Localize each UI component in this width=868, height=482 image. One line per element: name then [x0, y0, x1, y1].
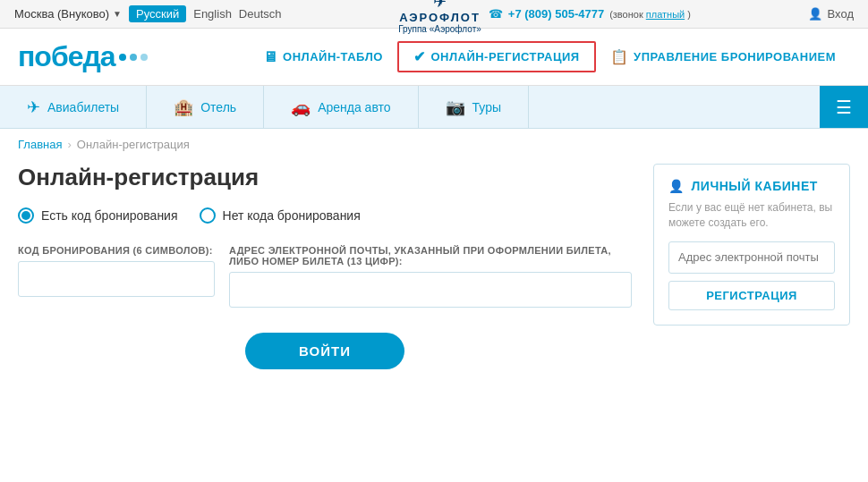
main-section: Онлайн-регистрация Есть код бронирования… — [18, 164, 632, 369]
header-nav: 🖥 ОНЛАЙН-ТАБЛО ✔ ОНЛАЙН-РЕГИСТРАЦИЯ 📋 УП… — [249, 41, 850, 72]
login-label: Вход — [828, 7, 854, 21]
sidebar-title: 👤 ЛИЧНЫЙ КАБИНЕТ — [668, 179, 835, 193]
booking-icon: 📋 — [610, 48, 629, 65]
breadcrumb: Главная › Онлайн-регистрация — [0, 129, 868, 155]
breadcrumb-current: Онлайн-регистрация — [77, 138, 190, 151]
nav-online-board[interactable]: 🖥 ОНЛАЙН-ТАБЛО — [249, 44, 397, 71]
email-label: АДРЕС ЭЛЕКТРОННОЙ ПОЧТЫ, УКАЗАННЫЙ ПРИ О… — [229, 245, 632, 266]
booking-code-group: КОД БРОНИРОВАНИЯ (6 СИМВОЛОВ): — [18, 245, 215, 308]
board-icon: 🖥 — [263, 49, 278, 65]
radio-circle-has-booking — [18, 207, 34, 224]
logo-dot-3 — [140, 54, 148, 61]
logo[interactable]: победа — [18, 40, 148, 73]
sidebar-person-icon: 👤 — [668, 179, 685, 193]
top-bar-center: ✈ АЭРОФЛОТ Группа «Аэрофлот» ☎ +7 (809) … — [398, 0, 691, 34]
nav-hotel[interactable]: 🏨 Отель — [147, 86, 264, 128]
logo-dot-1 — [119, 54, 126, 61]
city-name: Москва (Внуково) — [14, 7, 109, 21]
city-selector[interactable]: Москва (Внуково) ▼ — [14, 7, 122, 21]
phone-icon: ☎ — [489, 7, 503, 21]
page-content: Онлайн-регистрация Есть код бронирования… — [0, 155, 868, 396]
hamburger-menu[interactable]: ☰ — [820, 86, 868, 128]
header: победа 🖥 ОНЛАЙН-ТАБЛО ✔ ОНЛАЙН-РЕГИСТРАЦ… — [0, 29, 868, 86]
nav-car-rental[interactable]: 🚗 Аренда авто — [264, 86, 418, 128]
nav-manage-booking[interactable]: 📋 УПРАВЛЕНИЕ БРОНИРОВАНИЕМ — [596, 43, 850, 71]
phone-section: ☎ +7 (809) 505-4777 (звонок платный ) — [489, 7, 691, 21]
hamburger-icon: ☰ — [836, 97, 852, 118]
city-chevron: ▼ — [113, 9, 122, 19]
aeroflot-wings-icon: ✈ — [433, 0, 447, 12]
phone-number: +7 (809) 505-4777 — [508, 7, 604, 21]
nav-flights[interactable]: ✈ Авиабилеты — [0, 86, 147, 128]
aeroflot-sub-text: Группа «Аэрофлот» — [398, 24, 481, 34]
aeroflot-main-text: АЭРОФЛОТ — [399, 12, 481, 24]
submit-area: ВОЙТИ — [18, 333, 632, 369]
sidebar: 👤 ЛИЧНЫЙ КАБИНЕТ Если у вас ещё нет каби… — [653, 164, 850, 369]
page-wrapper: Главная › Онлайн-регистрация Онлайн-реги… — [0, 129, 868, 396]
check-icon: ✔ — [413, 48, 426, 65]
logo-dots — [119, 54, 148, 61]
logo-dot-2 — [130, 54, 137, 61]
nav-online-registration[interactable]: ✔ ОНЛАЙН-РЕГИСТРАЦИЯ — [397, 41, 596, 72]
booking-code-input[interactable] — [18, 261, 215, 297]
page-title: Онлайн-регистрация — [18, 164, 632, 191]
aeroflot-logo: ✈ АЭРОФЛОТ Группа «Аэрофлот» — [398, 0, 481, 34]
form-fields: КОД БРОНИРОВАНИЯ (6 СИМВОЛОВ): АДРЕС ЭЛЕ… — [18, 245, 632, 308]
tours-icon: 📷 — [446, 97, 465, 117]
sidebar-email-input[interactable] — [668, 241, 835, 274]
logo-text: победа — [18, 40, 115, 73]
phone-note: (звонок платный ) — [609, 9, 691, 20]
radio-has-booking[interactable]: Есть код бронирования — [18, 207, 178, 224]
radio-no-booking[interactable]: Нет кода бронирования — [200, 207, 361, 224]
sidebar-register-button[interactable]: РЕГИСТРАЦИЯ — [668, 281, 835, 310]
hotel-icon: 🏨 — [174, 97, 193, 117]
login-icon: 👤 — [808, 7, 822, 21]
main-nav: ✈ Авиабилеты 🏨 Отель 🚗 Аренда авто 📷 Тур… — [0, 86, 868, 129]
car-icon: 🚗 — [291, 97, 311, 117]
radio-label-no-booking: Нет кода бронирования — [223, 208, 361, 223]
top-bar-left: Москва (Внуково) ▼ Русский English Deuts… — [14, 5, 282, 22]
login-area[interactable]: 👤 Вход — [808, 7, 854, 21]
radio-label-has-booking: Есть код бронирования — [41, 208, 178, 223]
nav-tours[interactable]: 📷 Туры — [419, 86, 529, 128]
email-group: АДРЕС ЭЛЕКТРОННОЙ ПОЧТЫ, УКАЗАННЫЙ ПРИ О… — [229, 245, 632, 308]
top-bar: Москва (Внуково) ▼ Русский English Deuts… — [0, 0, 868, 29]
email-input[interactable] — [229, 272, 632, 308]
sidebar-card: 👤 ЛИЧНЫЙ КАБИНЕТ Если у вас ещё нет каби… — [653, 164, 850, 326]
language-group: Русский English Deutsch — [129, 5, 282, 22]
paid-link[interactable]: платный — [646, 9, 685, 20]
lang-english[interactable]: English — [193, 7, 232, 21]
booking-radio-group: Есть код бронирования Нет кода бронирова… — [18, 207, 632, 224]
booking-code-label: КОД БРОНИРОВАНИЯ (6 СИМВОЛОВ): — [18, 245, 215, 256]
breadcrumb-sep: › — [67, 138, 71, 151]
lang-russian[interactable]: Русский — [129, 5, 186, 22]
flights-icon: ✈ — [27, 97, 40, 117]
submit-button[interactable]: ВОЙТИ — [245, 333, 404, 369]
radio-circle-no-booking — [200, 207, 216, 224]
breadcrumb-home[interactable]: Главная — [18, 138, 62, 151]
lang-deutsch[interactable]: Deutsch — [239, 7, 282, 21]
sidebar-desc: Если у вас ещё нет кабинета, вы можете с… — [668, 200, 835, 231]
